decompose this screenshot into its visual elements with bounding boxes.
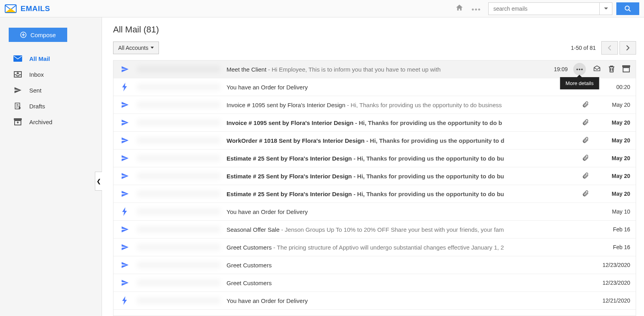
date: Feb 16 xyxy=(593,226,630,233)
preview: - Hi, Thanks for providing us the opport… xyxy=(352,173,504,180)
email-row[interactable]: Meet the Client - Hi Employee, This is t… xyxy=(113,61,636,78)
preview: - Jenson Groups Up To 10% to 20% OFF Sha… xyxy=(280,226,504,233)
app-name: EMAILS xyxy=(21,4,50,13)
preview: - Hi Employee, This is to inform you tha… xyxy=(266,66,441,73)
plane-icon xyxy=(13,86,22,94)
svg-rect-14 xyxy=(622,65,630,67)
preview: - The pricing structure of Apptivo will … xyxy=(272,244,504,251)
sent-icon xyxy=(119,243,131,251)
svg-point-3 xyxy=(478,8,480,10)
nav-item-drafts[interactable]: Drafts xyxy=(0,98,102,114)
page-prev-button[interactable] xyxy=(601,41,618,55)
search-box xyxy=(488,2,612,15)
nav-item-archived[interactable]: Archived xyxy=(0,114,102,130)
envelope-icon xyxy=(13,55,22,62)
sent-icon xyxy=(119,225,131,233)
email-body: You have an Order for Delivery xyxy=(227,84,593,91)
date: Feb 16 xyxy=(593,244,630,250)
topbar: EMAILS xyxy=(0,0,644,17)
email-body: Greet Customers xyxy=(227,280,593,286)
archive-icon[interactable] xyxy=(622,65,630,74)
email-row[interactable]: Estimate # 25 Sent by Flora's Interior D… xyxy=(113,149,636,167)
search-button[interactable] xyxy=(616,2,639,15)
email-row[interactable]: Invoice # 1095 sent by Flora's Interior … xyxy=(113,114,636,132)
inbox-icon xyxy=(13,71,22,78)
nav-item-all-mail[interactable]: All Mail xyxy=(0,51,102,66)
sent-icon xyxy=(119,190,131,198)
sidebar: Compose All MailInboxSentDraftsArchived … xyxy=(0,17,102,316)
nav-label: All Mail xyxy=(29,55,50,62)
svg-rect-7 xyxy=(13,55,22,62)
preview: - Hi, Thanks for providing us the opport… xyxy=(353,119,502,126)
email-row[interactable]: Greet Customers - The pricing structure … xyxy=(113,238,636,256)
attachment-icon xyxy=(582,154,589,163)
sender xyxy=(137,137,220,144)
bolt-icon xyxy=(119,207,131,216)
svg-point-12 xyxy=(579,68,580,70)
search-dropdown[interactable] xyxy=(599,2,612,15)
date: May 20 xyxy=(593,191,630,197)
nav-item-inbox[interactable]: Inbox xyxy=(0,66,102,82)
svg-point-13 xyxy=(581,68,583,70)
bolt-icon xyxy=(119,296,131,305)
compose-button[interactable]: Compose xyxy=(9,28,67,42)
more-menu-icon[interactable] xyxy=(472,5,480,12)
attachment-icon xyxy=(582,190,589,198)
sender xyxy=(137,173,220,179)
attachment-icon xyxy=(582,136,589,145)
email-body: Estimate # 25 Sent by Flora's Interior D… xyxy=(227,155,578,162)
email-row[interactable]: Greet Customers12/23/2020 xyxy=(113,274,636,292)
email-row[interactable]: Seasonal Offer Sale - Jenson Groups Up T… xyxy=(113,221,636,238)
sender xyxy=(137,155,220,161)
sidebar-collapse-handle[interactable]: ❮ xyxy=(95,172,102,191)
email-body: Greet Customers - The pricing structure … xyxy=(227,244,593,251)
date: May 20 xyxy=(593,102,630,108)
accounts-dropdown[interactable]: All Accounts xyxy=(113,42,159,54)
email-row[interactable]: WorkOrder # 1018 Sent by Flora's Interio… xyxy=(113,132,636,149)
sent-icon xyxy=(119,154,131,162)
caret-down-icon xyxy=(151,47,154,49)
paging-text: 1-50 of 81 xyxy=(571,45,596,51)
nav-label: Drafts xyxy=(29,103,45,110)
nav-item-sent[interactable]: Sent xyxy=(0,82,102,98)
page-next-button[interactable] xyxy=(619,41,636,55)
email-body: Seasonal Offer Sale - Jenson Groups Up T… xyxy=(227,226,593,233)
sender xyxy=(137,119,220,126)
preview: - Hi, Thanks for providing us the opport… xyxy=(364,137,504,144)
app-logo[interactable]: EMAILS xyxy=(5,4,50,13)
more-actions-button[interactable]: More details xyxy=(573,63,586,76)
sent-icon xyxy=(119,261,131,269)
sent-icon xyxy=(119,119,131,127)
preview: - Hi, Thanks for providing us the opport… xyxy=(346,102,502,108)
email-row[interactable]: You have an Order for DeliveryMay 10 xyxy=(113,203,636,221)
archive-icon xyxy=(13,118,22,125)
home-icon[interactable] xyxy=(455,4,464,14)
subject: Seasonal Offer Sale xyxy=(227,226,280,233)
sent-icon xyxy=(119,172,131,180)
subject: Invoice # 1095 sent by Flora's Interior … xyxy=(227,102,346,108)
email-row[interactable]: Estimate # 25 Sent by Flora's Interior D… xyxy=(113,185,636,203)
nav-label: Archived xyxy=(29,119,52,125)
draft-icon xyxy=(13,102,22,110)
accounts-label: All Accounts xyxy=(118,45,148,51)
date: May 20 xyxy=(593,119,630,126)
svg-point-1 xyxy=(472,8,474,10)
sender xyxy=(137,226,220,233)
email-row[interactable]: You have an Order for Delivery00:20 xyxy=(113,78,636,96)
date: May 20 xyxy=(593,137,630,144)
email-row[interactable]: You have an Order for Delivery12/21/2020 xyxy=(113,292,636,310)
page-title: All Mail (81) xyxy=(113,25,636,35)
email-row[interactable]: Estimate # 25 Sent by Flora's Interior D… xyxy=(113,167,636,185)
search-input[interactable] xyxy=(489,6,599,12)
email-row[interactable]: Greet Customers12/23/2020 xyxy=(113,256,636,274)
sender xyxy=(137,262,220,268)
toolbar: All Accounts 1-50 of 81 xyxy=(113,41,636,55)
sender xyxy=(137,208,220,215)
mark-read-icon[interactable] xyxy=(593,65,601,74)
email-row[interactable]: Invoice # 1095 sent by Flora's Interior … xyxy=(113,96,636,114)
preview: - Hi, Thanks for providing us the opport… xyxy=(352,155,504,162)
delete-icon[interactable] xyxy=(608,65,615,74)
subject: You have an Order for Delivery xyxy=(227,84,308,91)
sent-icon xyxy=(119,136,131,144)
main-panel: All Mail (81) All Accounts 1-50 of 81 Me… xyxy=(102,17,644,316)
